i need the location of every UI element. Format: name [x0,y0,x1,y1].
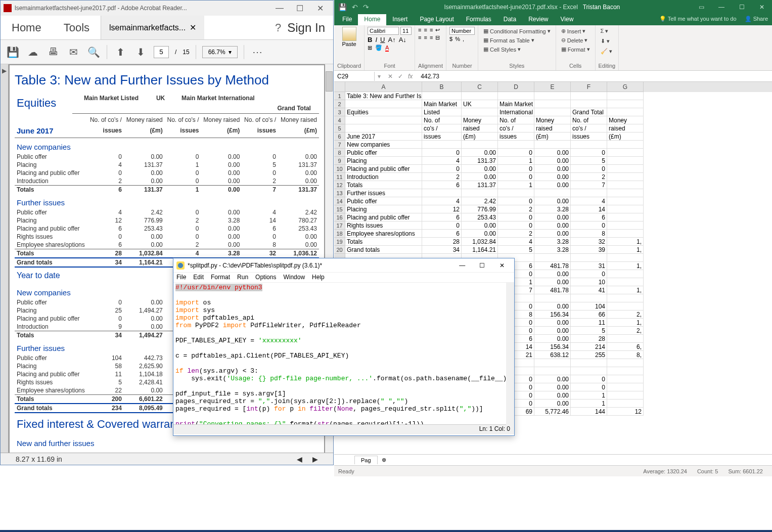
formula-input[interactable]: 442.73 [417,72,443,81]
comma-icon[interactable]: , [463,36,464,42]
ribbon-opts-icon[interactable]: ▭ [691,4,711,11]
insert-cells-button[interactable]: ⊕ Insert ▾ [559,27,592,35]
add-sheet-icon[interactable]: ⊕ [378,457,390,463]
align-center-icon[interactable]: ≡ [424,34,427,41]
fill-button[interactable]: ⬇ ▾ [599,37,616,46]
font-size-select[interactable]: 11 [400,27,412,35]
menu-help[interactable]: Help [312,274,325,281]
close-tab-icon[interactable]: ✕ [190,23,196,32]
help-icon[interactable]: ? [275,21,281,34]
acrobat-sidebar[interactable]: ▶ [1,64,9,465]
percent-icon[interactable]: % [455,36,460,42]
cell-styles-button[interactable]: ▦ Cell Styles ▾ [481,45,553,54]
align-left-icon[interactable]: ≡ [418,34,421,41]
more-icon[interactable]: ⋯ [250,45,264,59]
menu-options[interactable]: Options [255,274,276,281]
search-icon[interactable]: 🔍 [86,45,101,59]
minimize-button[interactable]: — [269,2,290,14]
underline-button[interactable]: U [380,36,385,43]
align-top-icon[interactable]: ≡ [418,27,421,33]
nav-left-icon[interactable]: ◀ [297,455,302,463]
tab-insert[interactable]: Insert [386,14,414,25]
scroll-thumb[interactable] [326,71,333,92]
maximize-button[interactable]: ☐ [732,4,752,11]
tab-tools[interactable]: Tools [53,14,101,41]
merge-icon[interactable]: ⊟ [435,34,440,41]
acrobat-titlebar[interactable]: lsemainmarketfactsheet-june2017.pdf - Ad… [1,1,333,16]
share-button[interactable]: 👤 Share [741,14,772,25]
menu-file[interactable]: File [176,274,186,281]
nav-right-icon[interactable]: ▶ [312,455,318,463]
font-grow-icon[interactable]: A↑ [388,36,396,43]
idle-titlebar[interactable]: *splitpdf.py - C:\dev\PDFTables\splitpdf… [173,258,514,273]
maximize-button[interactable]: ☐ [473,262,491,269]
signin-button[interactable]: Sign In [287,21,325,35]
minimize-button[interactable]: — [453,262,471,269]
conditional-formatting-button[interactable]: ▦ Conditional Formatting ▾ [481,27,553,35]
align-right-icon[interactable]: ≡ [430,34,433,41]
autosum-button[interactable]: Σ ▾ [599,27,616,35]
close-button[interactable]: ✕ [310,2,330,14]
font-family-select[interactable]: Calibri [368,27,399,35]
tab-document[interactable]: lsemainmarketfacts... ✕ [101,16,204,39]
page-up-icon[interactable]: ⬆ [113,45,127,59]
currency-icon[interactable]: $ [449,36,452,42]
close-button[interactable]: ✕ [493,262,511,269]
fx-icon[interactable]: fx [408,73,413,80]
sheet-tab[interactable]: Pag [354,456,378,464]
tab-data[interactable]: Data [497,14,522,25]
tab-home[interactable]: Home [358,14,386,25]
fill-color-button[interactable]: 🪣 [375,45,382,52]
maximize-button[interactable]: ☐ [290,2,310,14]
undo-icon[interactable]: ↶ [352,3,358,11]
tab-formulas[interactable]: Formulas [460,14,497,25]
cancel-formula-icon[interactable]: ✕ [388,73,393,80]
number-format-select[interactable]: Number [449,27,475,35]
tell-me-input[interactable]: 💡 Tell me what you want to do [655,14,741,25]
print-icon[interactable]: 🖶 [46,45,60,59]
page-down-icon[interactable]: ⬇ [133,45,148,59]
excel-titlebar[interactable]: 💾 ↶ ↷ lsemainmarketfactsheet-june2017.pd… [334,0,772,14]
delete-cells-button[interactable]: ⊖ Delete ▾ [559,36,592,45]
format-cells-button[interactable]: ▦ Format ▾ [559,45,592,54]
clipboard-icon [342,27,356,41]
redo-icon[interactable]: ↷ [363,3,369,11]
close-button[interactable]: ✕ [752,4,772,11]
acrobat-icon [4,4,12,12]
italic-button[interactable]: I [375,36,377,43]
tab-home[interactable]: Home [1,14,53,41]
font-color-button[interactable]: A [385,45,389,52]
sheet-tabs: Pag ⊕ [334,454,772,465]
align-mid-icon[interactable]: ≡ [424,27,427,33]
expand-sidebar-icon[interactable]: ▶ [1,64,8,77]
minimize-button[interactable]: — [711,4,732,11]
save-icon[interactable]: 💾 [6,45,20,59]
email-icon[interactable]: ✉ [66,45,80,59]
zoom-select[interactable]: 66.7%▾ [202,46,238,58]
clear-button[interactable]: 🧹 ▾ [599,47,616,56]
tab-pagelayout[interactable]: Page Layout [414,14,460,25]
enter-formula-icon[interactable]: ✓ [398,73,403,80]
page-sep: / [175,49,176,56]
page-number-input[interactable] [154,46,169,58]
tab-file[interactable]: File [336,14,358,25]
menu-window[interactable]: Window [283,274,305,281]
format-as-table-button[interactable]: ▦ Format as Table ▾ [481,36,553,45]
align-bot-icon[interactable]: ≡ [430,27,433,33]
wrap-text-icon[interactable]: ↩ [435,27,440,33]
tab-review[interactable]: Review [522,14,554,25]
paste-button[interactable]: Paste [337,27,361,47]
menu-run[interactable]: Run [237,274,248,281]
python-icon [176,261,185,270]
menu-format[interactable]: Format [211,274,230,281]
menu-edit[interactable]: Edit [193,274,204,281]
tab-view[interactable]: View [555,14,580,25]
vertical-scrollbar[interactable] [506,283,514,425]
save-icon[interactable]: 💾 [338,3,347,11]
border-button[interactable]: ⊞ [368,45,372,52]
bold-button[interactable]: B [368,36,372,43]
cloud-icon[interactable]: ☁ [26,45,40,59]
name-box[interactable]: C29 [334,72,375,81]
code-editor[interactable]: #!/usr/bin/env python3 import os import … [173,283,514,424]
font-shrink-icon[interactable]: A↓ [399,36,406,43]
